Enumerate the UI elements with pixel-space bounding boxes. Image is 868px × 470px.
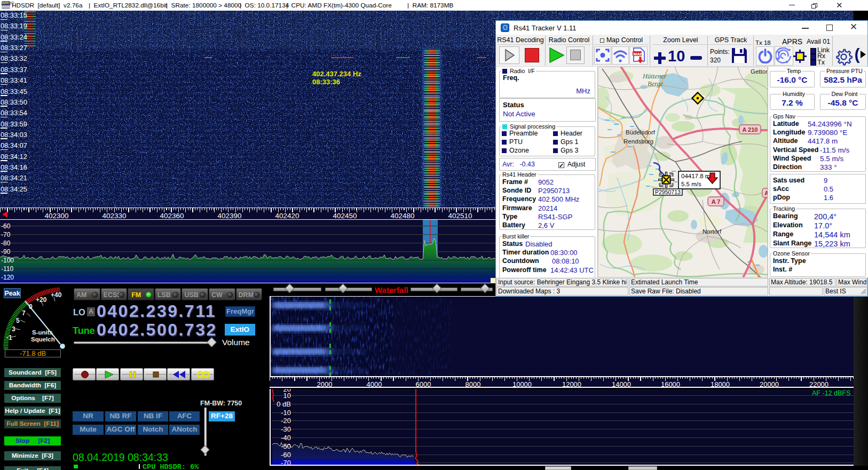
svg-text:Berge: Berge: [648, 80, 664, 87]
svg-text:Hüttener: Hüttener: [642, 73, 667, 80]
svg-text:A 7: A 7: [712, 198, 721, 205]
svg-text:04417.8 m: 04417.8 m: [681, 173, 710, 179]
svg-text:5.5 m/s: 5.5 m/s: [681, 181, 701, 187]
svg-text:+40: +40: [51, 291, 62, 299]
svg-text:Nortorf: Nortorf: [703, 228, 722, 235]
svg-text:5: 5: [16, 317, 20, 324]
svg-text:Rendsburg: Rendsburg: [624, 138, 653, 145]
svg-text:0: 0: [29, 303, 33, 310]
svg-text:MAP: MAP: [634, 52, 643, 57]
svg-text:Büdelsdorf: Büdelsdorf: [626, 129, 656, 136]
svg-text:3: 3: [12, 325, 15, 333]
svg-text:S-units: S-units: [32, 329, 53, 336]
svg-text:Squelch: Squelch: [31, 336, 55, 342]
svg-text:Gettorf: Gettorf: [751, 68, 768, 75]
svg-text:7: 7: [22, 309, 26, 317]
svg-text:-1: -1: [6, 334, 12, 341]
svg-text:P2950713: P2950713: [655, 189, 681, 195]
svg-text:+20: +20: [36, 296, 47, 304]
svg-text:A 210: A 210: [743, 126, 758, 133]
